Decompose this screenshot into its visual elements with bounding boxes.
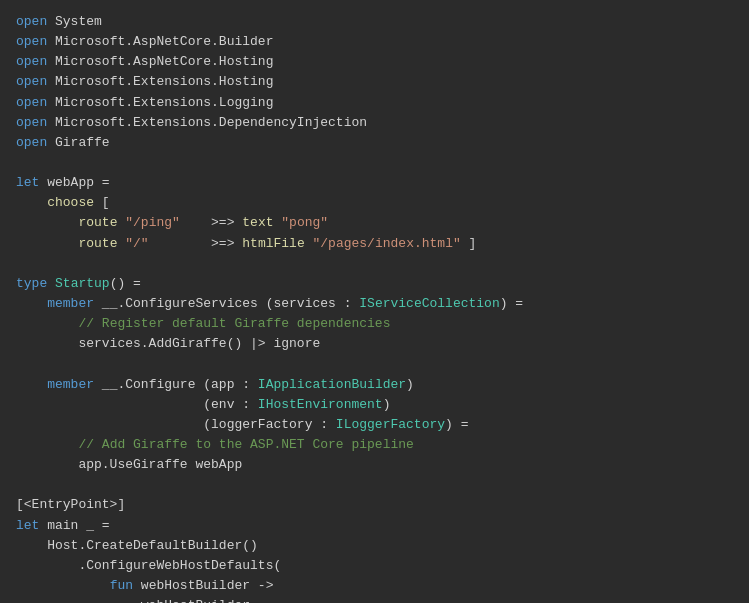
code-line: (env : IHostEnvironment) xyxy=(16,395,733,415)
code-line: open Microsoft.Extensions.Logging xyxy=(16,93,733,113)
code-line: let main _ = xyxy=(16,516,733,536)
code-editor: open System open Microsoft.AspNetCore.Bu… xyxy=(0,0,749,603)
code-line: type Startup() = xyxy=(16,274,733,294)
blank-line xyxy=(16,475,733,495)
code-line: open Giraffe xyxy=(16,133,733,153)
code-line: // Add Giraffe to the ASP.NET Core pipel… xyxy=(16,435,733,455)
code-line: open Microsoft.AspNetCore.Builder xyxy=(16,32,733,52)
code-line: (loggerFactory : ILoggerFactory) = xyxy=(16,415,733,435)
code-line: .ConfigureWebHostDefaults( xyxy=(16,556,733,576)
code-line: open Microsoft.AspNetCore.Hosting xyxy=(16,52,733,72)
code-line: route "/" >=> htmlFile "/pages/index.htm… xyxy=(16,234,733,254)
code-line: let webApp = xyxy=(16,173,733,193)
code-line: Host.CreateDefaultBuilder() xyxy=(16,536,733,556)
blank-line xyxy=(16,254,733,274)
code-line: webHostBuilder xyxy=(16,596,733,603)
code-line: open Microsoft.Extensions.Hosting xyxy=(16,72,733,92)
code-line: services.AddGiraffe() |> ignore xyxy=(16,334,733,354)
blank-line xyxy=(16,153,733,173)
code-line: route "/ping" >=> text "pong" xyxy=(16,213,733,233)
code-line: open System xyxy=(16,12,733,32)
blank-line xyxy=(16,354,733,374)
code-line: fun webHostBuilder -> xyxy=(16,576,733,596)
code-line: choose [ xyxy=(16,193,733,213)
code-line: [<EntryPoint>] xyxy=(16,495,733,515)
code-line: // Register default Giraffe dependencies xyxy=(16,314,733,334)
code-line: member __.ConfigureServices (services : … xyxy=(16,294,733,314)
code-line: app.UseGiraffe webApp xyxy=(16,455,733,475)
code-line: open Microsoft.Extensions.DependencyInje… xyxy=(16,113,733,133)
code-line: member __.Configure (app : IApplicationB… xyxy=(16,375,733,395)
